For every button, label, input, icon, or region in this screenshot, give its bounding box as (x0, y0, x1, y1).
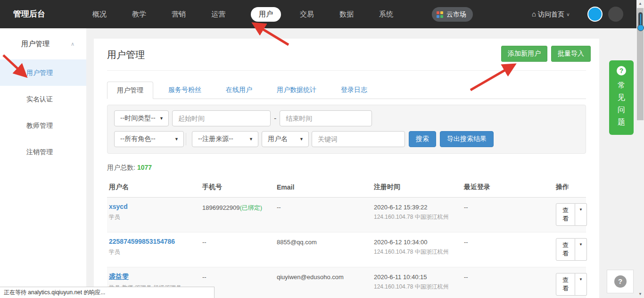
question-icon: ? (614, 275, 627, 288)
tab-bar: 用户管理 服务号粉丝 在线用户 用户数据统计 登录日志 (107, 82, 586, 99)
scroll-down-arrow[interactable]: ▼ (636, 290, 644, 298)
filter-divider (186, 133, 186, 145)
nav-item-marketing[interactable]: 营销 (172, 10, 186, 19)
nav-item-users[interactable]: 用户 (251, 7, 281, 22)
col-last-login: 最近登录 (462, 178, 554, 198)
start-time-input[interactable] (172, 110, 271, 126)
col-phone: 手机号 (200, 178, 275, 198)
register-ip: 124.160.104.78 中国浙江杭州 (374, 213, 460, 221)
select-caret-icon: ▼ (249, 137, 253, 141)
sidebar-item-teacher-management[interactable]: 教师管理 (0, 112, 86, 139)
register-source-select[interactable]: --注册来源-- ▼ (192, 131, 258, 147)
page-scrollbar[interactable]: ▲ ▼ (636, 0, 644, 298)
faq-char: 常 (618, 79, 625, 91)
user-total-value: 1077 (137, 164, 152, 171)
nav-item-overview[interactable]: 概况 (92, 10, 107, 19)
export-results-button[interactable]: 导出搜索结果 (440, 131, 494, 147)
last-login-time: -- (464, 203, 552, 211)
scroll-position-marker (638, 12, 643, 28)
nav-item-data[interactable]: 数据 (339, 10, 354, 19)
time-type-select[interactable]: --时间类型-- ▼ (114, 110, 169, 126)
chevron-up-icon: ∧ (71, 41, 74, 47)
help-floating-button[interactable]: ? (607, 270, 634, 293)
home-icon: ⌂ (532, 10, 536, 18)
phone-cell: -- (202, 273, 273, 281)
chevron-down-icon: ˅ (567, 12, 570, 17)
faq-char: 问 (618, 104, 625, 116)
batch-import-button[interactable]: 批量导入 (551, 46, 591, 62)
register-time: 2020-6-12 15:39:22 (374, 203, 460, 211)
view-button[interactable]: 查看 (556, 238, 575, 261)
col-username: 用户名 (107, 178, 200, 198)
email-cell: 8855@qq.com (277, 238, 370, 246)
sidebar-item-user-management[interactable]: 用户管理 (0, 59, 86, 86)
faq-char: 见 (618, 91, 625, 104)
users-table: 用户名 手机号 Email 注册时间 最近登录 操作 xsycd 学员 1896… (107, 178, 586, 298)
view-dropdown-caret[interactable]: ▼ (575, 273, 587, 296)
top-navbar: 管理后台 概况 教学 营销 运营 用户 交易 数据 系统 云市场 ⌂访问首页˅ (0, 0, 644, 28)
view-split-button: 查看 ▼ (556, 203, 587, 226)
nav-item-trade[interactable]: 交易 (300, 10, 314, 19)
email-cell: -- (277, 203, 370, 211)
title-divider (107, 70, 586, 71)
role-select[interactable]: --所有角色-- ▼ (114, 131, 184, 147)
search-filter-panel: --时间类型-- ▼ - --所有角色-- ▼ --注册来源-- ▼ 用户 (107, 105, 586, 154)
phone-status: (已绑定) (240, 204, 263, 211)
table-row: 225874599853154786 学员 -- 8855@qq.com 202… (107, 232, 586, 267)
main-nav: 概况 教学 营销 运营 用户 交易 数据 系统 (92, 0, 419, 28)
field-value: 用户名 (268, 135, 288, 143)
sidebar-item-cancel-management[interactable]: 注销管理 (0, 139, 86, 165)
sidebar-group-label: 用户管理 (21, 40, 50, 49)
username-link[interactable]: 225874599853154786 (109, 238, 198, 245)
search-button[interactable]: 搜索 (409, 131, 436, 147)
search-field-select[interactable]: 用户名 ▼ (262, 131, 309, 147)
source-value: --注册来源-- (198, 135, 233, 143)
select-caret-icon: ▼ (159, 116, 164, 121)
nav-item-operation[interactable]: 运营 (211, 10, 225, 19)
scroll-up-arrow[interactable]: ▲ (636, 0, 644, 8)
browser-status-bar: 正在等待 analytics.qiqiuyun.net 的响应... (0, 287, 215, 298)
user-total-line: 用户总数:1077 (107, 164, 586, 172)
cloud-market-button[interactable]: 云市场 (432, 7, 473, 22)
sidebar-item-real-name-auth[interactable]: 实名认证 (0, 86, 86, 112)
tab-service-followers[interactable]: 服务号粉丝 (159, 82, 211, 99)
email-cell: qiuyiwen@edusoho.com (277, 273, 370, 281)
add-user-button[interactable]: 添加新用户 (501, 46, 547, 62)
select-caret-icon: ▼ (299, 137, 304, 141)
user-avatar[interactable] (587, 7, 603, 22)
view-button[interactable]: 查看 (556, 273, 575, 296)
view-dropdown-caret[interactable]: ▼ (575, 238, 587, 261)
tab-user-management[interactable]: 用户管理 (107, 82, 153, 99)
keyword-input[interactable] (312, 131, 405, 147)
col-register-time: 注册时间 (372, 178, 462, 198)
secondary-avatar[interactable] (608, 7, 623, 22)
view-dropdown-caret[interactable]: ▼ (575, 203, 587, 226)
phone-cell: 18969922909(已绑定) (202, 203, 273, 212)
range-dash: - (274, 114, 276, 123)
sidebar-group-user-management[interactable]: 用户管理 ∧ (0, 28, 86, 59)
time-type-value: --时间类型-- (120, 114, 156, 123)
register-time: 2020-6-11 10:40:15 (374, 273, 460, 281)
username-link[interactable]: 裘益雯 (109, 273, 198, 281)
sidebar: 用户管理 ∧ 用户管理 实名认证 教师管理 注销管理 (0, 28, 86, 298)
nav-item-system[interactable]: 系统 (379, 10, 393, 19)
visit-home-label: 访问首页 (538, 10, 564, 18)
col-actions: 操作 (554, 178, 586, 198)
visit-home-dropdown[interactable]: ⌂访问首页˅ (532, 0, 570, 29)
faq-char: 题 (618, 116, 625, 128)
nav-item-teaching[interactable]: 教学 (132, 10, 146, 19)
col-email: Email (275, 178, 372, 198)
table-header-row: 用户名 手机号 Email 注册时间 最近登录 操作 (107, 178, 586, 198)
view-button[interactable]: 查看 (556, 203, 575, 226)
app-title: 管理后台 (13, 0, 45, 28)
phone-cell: -- (202, 238, 273, 246)
tab-online-users[interactable]: 在线用户 (216, 82, 262, 99)
cloud-market-label: 云市场 (446, 10, 466, 19)
market-grid-icon (437, 11, 443, 18)
select-caret-icon: ▼ (174, 137, 179, 141)
faq-side-button[interactable]: ? 常 见 问 题 (609, 60, 634, 135)
end-time-input[interactable] (280, 110, 372, 126)
tab-login-log[interactable]: 登录日志 (331, 82, 377, 99)
tab-user-statistics[interactable]: 用户数据统计 (267, 82, 326, 99)
username-link[interactable]: xsycd (109, 203, 198, 210)
